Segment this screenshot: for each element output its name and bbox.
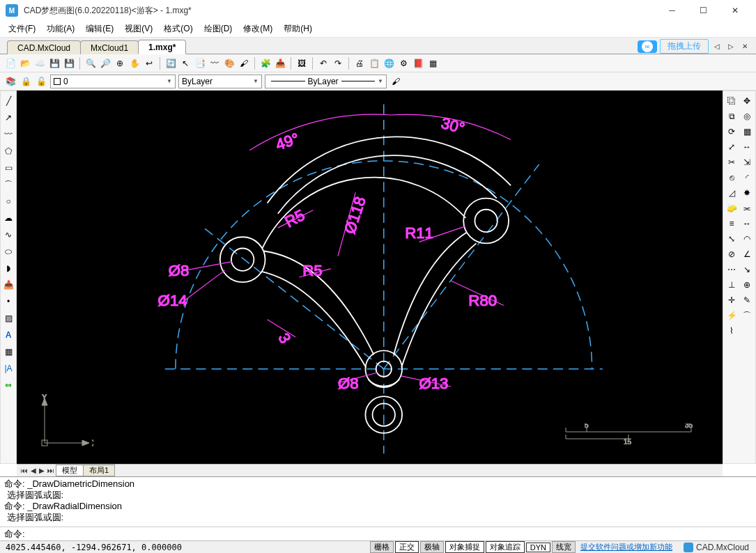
zoom-in-icon[interactable]: 🔎 <box>99 57 111 70</box>
maximize-button[interactable]: ☐ <box>688 0 719 21</box>
linetype-dropdown[interactable]: ByLayer ▼ <box>265 75 387 88</box>
break-icon[interactable]: ⎋ <box>725 171 739 185</box>
scale-icon[interactable]: ⤢ <box>725 140 739 154</box>
fillet-icon[interactable]: ◜ <box>740 171 754 185</box>
join-icon[interactable]: ⫘ <box>740 201 754 215</box>
point-icon[interactable]: • <box>1 295 15 309</box>
tab-1-mxg[interactable]: 1.mxg* <box>138 40 186 54</box>
open-cloud-icon[interactable]: ☁️ <box>33 57 46 70</box>
menu-file[interactable]: 文件(F) <box>3 22 41 36</box>
insert-icon[interactable]: 📥 <box>274 57 286 70</box>
tab-close-button[interactable]: ✕ <box>739 42 750 50</box>
layer-lock-icon[interactable]: 🔒 <box>20 75 32 88</box>
next-tab-button[interactable]: ▶ <box>38 467 46 474</box>
settings-icon[interactable]: ⚙ <box>397 57 410 70</box>
dim-linear-icon[interactable]: ↔ <box>740 217 754 231</box>
pdf-icon[interactable]: 📕 <box>412 57 424 70</box>
align-icon[interactable]: ≡ <box>725 217 739 231</box>
arc-icon[interactable]: ⌒ <box>1 178 15 192</box>
quick-dim-icon[interactable]: ⚡ <box>725 309 739 322</box>
ellipse-icon[interactable]: ⬭ <box>1 244 15 258</box>
lineweight-toggle[interactable]: 线宽 <box>552 541 576 553</box>
insert-block-icon[interactable]: 📥 <box>1 278 15 292</box>
hatch-icon[interactable]: ▨ <box>1 311 15 325</box>
prev-tab-button[interactable]: ◀ <box>29 467 38 474</box>
text-icon[interactable]: A <box>1 328 15 342</box>
mtext-icon[interactable]: ▦ <box>1 345 15 359</box>
menu-edit[interactable]: 编辑(E) <box>80 22 119 36</box>
redo-icon[interactable]: ↷ <box>332 57 344 70</box>
layout1-tab[interactable]: 布局1 <box>83 465 115 476</box>
erase-icon[interactable]: 🧽 <box>725 201 739 215</box>
image-icon[interactable]: 🖼 <box>295 57 308 70</box>
first-tab-button[interactable]: ⏮ <box>20 467 29 474</box>
tab-prev-button[interactable]: ◁ <box>711 42 723 50</box>
layer-stack-icon[interactable]: 📚 <box>4 75 17 88</box>
color-icon[interactable]: 🎨 <box>223 57 236 70</box>
revcloud-icon[interactable]: ☁ <box>1 211 15 225</box>
dim-aligned-icon[interactable]: ⤡ <box>725 232 739 246</box>
line-icon[interactable]: ╱ <box>1 94 15 108</box>
feedback-link[interactable]: 提交软件问题或增加新功能 <box>576 542 677 552</box>
drawing-viewport[interactable]: 49° 30° Ø118 R5 R5 R11 R80 <box>17 91 723 464</box>
stretch-icon[interactable]: ↔ <box>740 140 754 154</box>
menu-draw[interactable]: 绘图(D) <box>199 22 238 36</box>
export-icon[interactable]: 🌐 <box>383 57 395 70</box>
close-button[interactable]: ✕ <box>719 0 750 21</box>
dimension-icon[interactable]: ⇔ <box>1 378 15 392</box>
ordinate-icon[interactable]: ⊥ <box>725 278 739 292</box>
menu-modify[interactable]: 修改(M) <box>238 22 278 36</box>
layer-iso-icon[interactable]: 🔓 <box>35 75 47 88</box>
command-input[interactable]: 命令: <box>0 527 756 540</box>
chamfer-icon[interactable]: ◿ <box>725 186 739 200</box>
trim-icon[interactable]: ✂ <box>725 155 739 169</box>
block-icon[interactable]: 🧩 <box>259 57 272 70</box>
zoom-previous-icon[interactable]: ↩ <box>143 57 155 70</box>
tab-next-button[interactable]: ▷ <box>725 42 736 50</box>
polar-toggle[interactable]: 极轴 <box>420 541 444 553</box>
regen-icon[interactable]: 🔄 <box>164 57 177 70</box>
dtext-icon[interactable]: |A <box>1 361 15 375</box>
tolerance-icon[interactable]: ⊕ <box>740 278 754 292</box>
drag-upload-label[interactable]: 拖拽上传 <box>660 39 709 54</box>
zoom-window-icon[interactable]: 🔍 <box>84 57 97 70</box>
explode-icon[interactable]: ✸ <box>740 186 754 200</box>
tab-cad-mxcloud[interactable]: CAD.MxCloud <box>7 40 81 54</box>
minimize-button[interactable]: ─ <box>656 0 688 21</box>
upload-button[interactable]: ∞ <box>638 40 657 53</box>
match-prop-icon[interactable]: 🖌 <box>238 57 250 70</box>
spline-icon[interactable]: ∿ <box>1 228 15 242</box>
dim-continue-icon[interactable]: ⋯ <box>725 263 739 276</box>
circle-icon[interactable]: ○ <box>1 194 15 208</box>
dim-diameter-icon[interactable]: ⊘ <box>725 247 739 261</box>
linetype-icon[interactable]: 〰 <box>208 57 221 70</box>
array-icon[interactable]: ▦ <box>740 125 754 139</box>
layer-dropdown[interactable]: 0 ▼ <box>50 75 176 88</box>
tab-mxcloud1[interactable]: MxCloud1 <box>80 40 139 54</box>
rotate-icon[interactable]: ⟳ <box>725 125 739 139</box>
pan-icon[interactable]: ✋ <box>128 57 141 70</box>
menu-help[interactable]: 帮助(H) <box>278 22 318 36</box>
grid-toggle[interactable]: 栅格 <box>370 541 394 553</box>
mirror-icon[interactable]: ⧉ <box>725 109 739 123</box>
xline-icon[interactable]: ↗ <box>1 111 15 125</box>
center-mark-icon[interactable]: ✛ <box>725 293 739 307</box>
otrack-toggle[interactable]: 对象追踪 <box>486 541 525 553</box>
extend-icon[interactable]: ⇲ <box>740 155 754 169</box>
open-file-icon[interactable]: 📂 <box>19 57 31 70</box>
save-as-icon[interactable]: 💾 <box>63 57 75 70</box>
jogged-icon[interactable]: ⌇ <box>725 324 739 338</box>
osnap-toggle[interactable]: 对象捕捉 <box>445 541 484 553</box>
model-tab[interactable]: 模型 <box>56 465 84 476</box>
command-history[interactable]: 命令: _DrawDiametricDimension 选择圆弧或圆: 命令: … <box>0 477 756 527</box>
dyn-toggle[interactable]: DYN <box>526 543 550 552</box>
copy-icon[interactable]: ⿻ <box>725 94 739 108</box>
undo-icon[interactable]: ↶ <box>317 57 330 70</box>
print-icon[interactable]: 🖨 <box>353 57 366 70</box>
select-icon[interactable]: ↖ <box>179 57 192 70</box>
menu-format[interactable]: 格式(O) <box>158 22 198 36</box>
rectangle-icon[interactable]: ▭ <box>1 161 15 175</box>
menu-function[interactable]: 功能(A) <box>41 22 80 36</box>
properties-brush-icon[interactable]: 🖌 <box>389 75 402 88</box>
offset-icon[interactable]: ◎ <box>740 109 754 123</box>
